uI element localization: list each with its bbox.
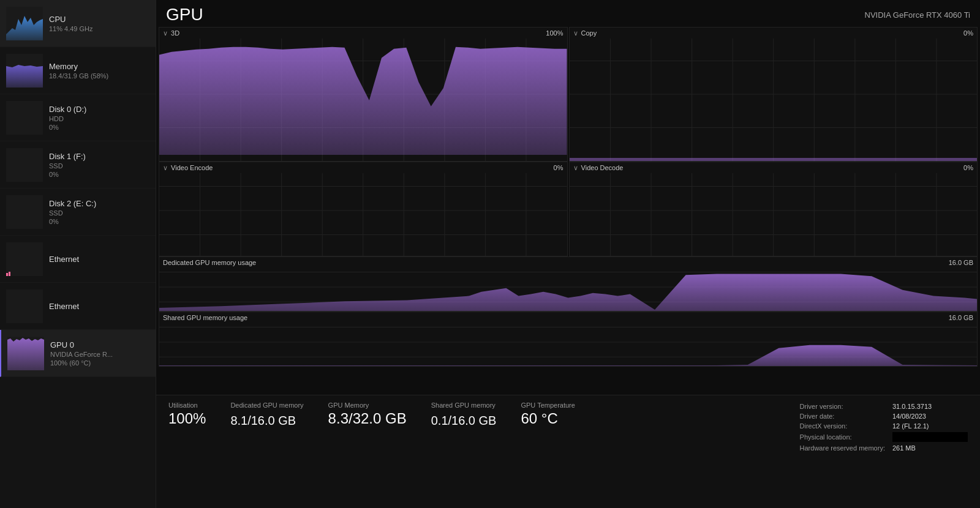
chart-vencode-svg bbox=[159, 162, 567, 256]
main-content: GPU NVIDIA GeForce RTX 4060 Ti ∨ 3D 100% bbox=[156, 0, 980, 508]
memory-info: Memory 18.4/31.9 GB (58%) bbox=[49, 62, 149, 80]
info-row-directx: DirectX version: 12 (FL 12.1) bbox=[800, 421, 968, 431]
svg-rect-6 bbox=[6, 273, 8, 276]
sidebar: CPU 11% 4.49 GHz Memory 18.4/31.9 GB (58… bbox=[0, 0, 156, 508]
chart-dedicated-mem: Dedicated GPU memory usage 16.0 GB bbox=[159, 256, 978, 312]
disk0-info: Disk 0 (D:) HDD 0% bbox=[49, 105, 149, 131]
driver-date-value: 14/08/2023 bbox=[892, 411, 968, 421]
row-video: ∨ Video Encode 0% bbox=[159, 162, 978, 256]
memory-title: Memory bbox=[49, 62, 149, 71]
shared-mem-label: Shared GPU memory bbox=[431, 402, 497, 409]
gpu0-thumb bbox=[7, 337, 44, 370]
svg-rect-2 bbox=[6, 101, 43, 135]
gpu0-info: GPU 0 NVIDIA GeForce R... 100% (60 °C) bbox=[50, 340, 149, 367]
chart-video-encode: ∨ Video Encode 0% bbox=[159, 162, 568, 256]
svg-rect-7 bbox=[9, 272, 10, 276]
page-title: GPU bbox=[166, 5, 203, 24]
hw-reserved-label: Hardware reserved memory: bbox=[800, 443, 892, 453]
ethernet1-title: Ethernet bbox=[49, 255, 149, 264]
sidebar-item-cpu[interactable]: CPU 11% 4.49 GHz bbox=[0, 0, 156, 47]
stat-shared-mem: Shared GPU memory 0.1/16.0 GB bbox=[431, 402, 497, 502]
chart-shmem-svg bbox=[159, 312, 977, 366]
info-row-driver-version: Driver version: 31.0.15.3713 bbox=[800, 402, 968, 411]
chart-shared-mem: Shared GPU memory usage 16.0 GB bbox=[159, 312, 978, 367]
disk1-info: Disk 1 (F:) SSD 0% bbox=[49, 152, 149, 178]
directx-value: 12 (FL 12.1) bbox=[892, 421, 968, 431]
cpu-sub: 11% 4.49 GHz bbox=[49, 25, 149, 32]
chart-vdecode-svg bbox=[570, 162, 978, 256]
sidebar-item-ethernet1[interactable]: Ethernet bbox=[0, 236, 156, 283]
ethernet2-info: Ethernet bbox=[49, 302, 149, 311]
svg-marker-67 bbox=[159, 345, 977, 366]
gpu0-sub1: NVIDIA GeForce R... bbox=[50, 351, 149, 358]
gpu-name: NVIDIA GeForce RTX 4060 Ti bbox=[865, 10, 970, 20]
chart-dedmem-label: Dedicated GPU memory usage bbox=[163, 259, 256, 266]
hw-reserved-value: 261 MB bbox=[892, 443, 968, 453]
driver-date-label: Driver date: bbox=[800, 411, 892, 421]
sidebar-item-ethernet2[interactable]: Ethernet bbox=[0, 283, 156, 330]
chart-3d-svg bbox=[159, 28, 567, 161]
gpu-memory-value: 8.3/32.0 GB bbox=[328, 410, 407, 427]
svg-rect-5 bbox=[6, 242, 43, 276]
charts-area: ∨ 3D 100% bbox=[156, 27, 980, 395]
ethernet1-info: Ethernet bbox=[49, 255, 149, 264]
stat-dedicated-mem: Dedicated GPU memory 8.1/16.0 GB bbox=[230, 402, 303, 502]
chart-shmem-max: 16.0 GB bbox=[949, 314, 973, 321]
chart-shmem-label: Shared GPU memory usage bbox=[163, 314, 247, 321]
memory-sub: 18.4/31.9 GB (58%) bbox=[49, 72, 149, 80]
gpu-temp-label: GPU Temperature bbox=[521, 402, 575, 409]
chart-vdecode-label: ∨ Video Decode bbox=[573, 164, 624, 172]
info-row-hw-reserved: Hardware reserved memory: 261 MB bbox=[800, 443, 968, 453]
ethernet2-thumb bbox=[6, 289, 43, 323]
physical-location-value bbox=[892, 431, 968, 443]
info-row-physical-location: Physical location: bbox=[800, 431, 968, 443]
shared-mem-value: 0.1/16.0 GB bbox=[431, 414, 497, 428]
disk2-info: Disk 2 (E: C:) SSD 0% bbox=[49, 199, 149, 225]
physical-location-redacted bbox=[892, 432, 968, 442]
ethernet1-thumb bbox=[6, 242, 43, 276]
disk2-sub2: 0% bbox=[49, 218, 149, 225]
info-section: Driver version: 31.0.15.3713 Driver date… bbox=[800, 402, 968, 502]
svg-marker-0 bbox=[6, 16, 43, 40]
disk1-title: Disk 1 (F:) bbox=[49, 152, 149, 161]
info-table: Driver version: 31.0.15.3713 Driver date… bbox=[800, 402, 968, 453]
disk0-title: Disk 0 (D:) bbox=[49, 105, 149, 114]
chart-vencode-value: 0% bbox=[554, 164, 564, 171]
physical-location-label: Physical location: bbox=[800, 431, 892, 443]
sidebar-item-gpu0[interactable]: GPU 0 NVIDIA GeForce R... 100% (60 °C) bbox=[0, 330, 156, 377]
cpu-info: CPU 11% 4.49 GHz bbox=[49, 15, 149, 32]
chart-copy-value: 0% bbox=[963, 29, 973, 37]
driver-version-value: 31.0.15.3713 bbox=[892, 402, 968, 411]
svg-marker-1 bbox=[6, 65, 43, 88]
disk1-sub2: 0% bbox=[49, 171, 149, 178]
disk1-thumb bbox=[6, 148, 43, 182]
svg-rect-4 bbox=[6, 195, 43, 229]
disk2-thumb bbox=[6, 195, 43, 229]
chart-dedmem-max: 16.0 GB bbox=[949, 259, 973, 266]
disk1-sub1: SSD bbox=[49, 162, 149, 170]
sidebar-item-disk0[interactable]: Disk 0 (D:) HDD 0% bbox=[0, 94, 156, 141]
info-row-driver-date: Driver date: 14/08/2023 bbox=[800, 411, 968, 421]
chart-copy-svg bbox=[570, 28, 978, 161]
cpu-thumb bbox=[6, 7, 43, 40]
disk0-thumb bbox=[6, 101, 43, 135]
gpu-temp-value: 60 °C bbox=[521, 410, 575, 427]
chart-dedmem-svg bbox=[159, 257, 977, 311]
utilisation-label: Utilisation bbox=[168, 402, 206, 409]
sidebar-item-disk2[interactable]: Disk 2 (E: C:) SSD 0% bbox=[0, 189, 156, 236]
svg-rect-8 bbox=[6, 289, 43, 323]
dedicated-mem-value: 8.1/16.0 GB bbox=[230, 414, 303, 428]
disk2-title: Disk 2 (E: C:) bbox=[49, 199, 149, 208]
sidebar-item-disk1[interactable]: Disk 1 (F:) SSD 0% bbox=[0, 141, 156, 189]
utilisation-value: 100% bbox=[168, 410, 206, 427]
stat-temperature: GPU Temperature 60 °C bbox=[521, 402, 575, 502]
row-3d-copy: ∨ 3D 100% bbox=[159, 27, 978, 162]
dedicated-mem-label: Dedicated GPU memory bbox=[230, 402, 303, 409]
svg-rect-3 bbox=[6, 148, 43, 182]
chart-3d-label: ∨ 3D bbox=[163, 29, 179, 37]
disk2-sub1: SSD bbox=[49, 209, 149, 217]
svg-marker-35 bbox=[570, 158, 978, 161]
chart-3d: ∨ 3D 100% bbox=[159, 27, 568, 162]
driver-version-label: Driver version: bbox=[800, 402, 892, 411]
sidebar-item-memory[interactable]: Memory 18.4/31.9 GB (58%) bbox=[0, 47, 156, 94]
